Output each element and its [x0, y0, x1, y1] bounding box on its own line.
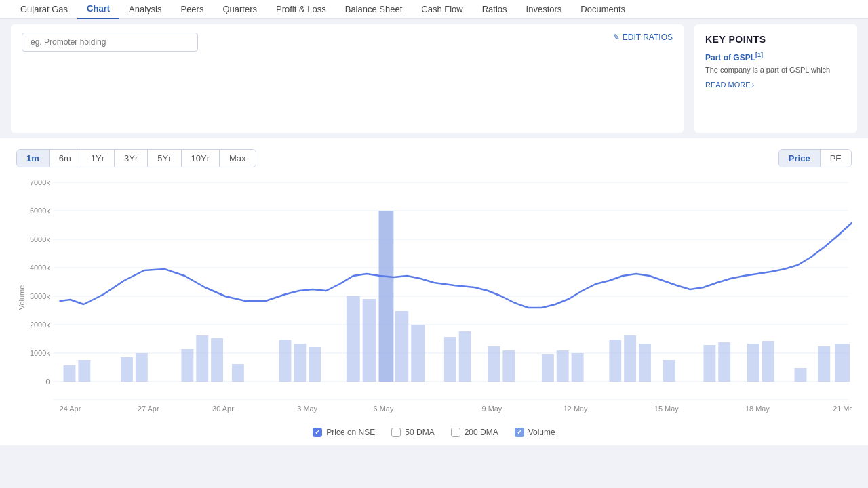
svg-rect-34: [444, 337, 456, 382]
svg-rect-49: [795, 368, 807, 382]
legend-volume[interactable]: ✓ Volume: [515, 428, 555, 437]
legend-price-nse-checkbox[interactable]: ✓: [313, 428, 322, 437]
svg-text:30 Apr: 30 Apr: [212, 405, 234, 413]
read-more-chevron-icon: ›: [752, 81, 755, 89]
key-points-panel: KEY POINTS Part of GSPL[1] The company i…: [694, 24, 857, 133]
legend-volume-label: Volume: [528, 428, 555, 437]
legend-200dma-label: 200 DMA: [465, 428, 498, 437]
svg-text:9 May: 9 May: [482, 405, 502, 413]
svg-rect-20: [121, 357, 133, 382]
time-btn-10yr[interactable]: 10Yr: [182, 150, 220, 167]
key-point-subtitle-text: Part of GSPL: [705, 53, 755, 62]
chart-section: 1m 6m 1Yr 3Yr 5Yr 10Yr Max Price PE 70: [0, 138, 868, 445]
legend-volume-checkbox[interactable]: ✓: [515, 428, 524, 437]
legend-200dma-checkbox[interactable]: [451, 428, 460, 437]
svg-rect-27: [294, 344, 306, 382]
svg-rect-45: [703, 345, 715, 382]
key-point-text: The company is a part of GSPL which: [705, 65, 846, 75]
chart-controls: 1m 6m 1Yr 3Yr 5Yr 10Yr Max Price PE: [16, 149, 852, 167]
svg-text:3 May: 3 May: [297, 405, 317, 413]
svg-rect-18: [64, 365, 76, 382]
svg-rect-38: [542, 354, 554, 382]
svg-text:2000k: 2000k: [30, 321, 50, 329]
read-more-label: READ MORE: [705, 81, 751, 89]
svg-rect-21: [136, 353, 148, 382]
svg-text:Volume: Volume: [18, 285, 26, 310]
svg-rect-51: [835, 344, 850, 382]
top-nav: Gujarat Gas Chart Analysis Peers Quarter…: [0, 0, 868, 19]
svg-rect-25: [232, 364, 244, 382]
chart-legend: ✓ Price on NSE 50 DMA 200 DMA ✓ Volume: [16, 420, 852, 445]
key-points-title: KEY POINTS: [705, 34, 846, 45]
key-point-subtitle: Part of GSPL[1]: [705, 52, 846, 62]
svg-rect-33: [411, 325, 425, 382]
checkmark-icon: ✓: [315, 429, 320, 436]
svg-text:24 Apr: 24 Apr: [60, 405, 81, 413]
chart-svg: 7000k 6000k 5000k 4000k 3000k 2000k 1000…: [16, 176, 852, 420]
read-more-button[interactable]: READ MORE ›: [705, 81, 754, 89]
edit-ratios-button[interactable]: ✎ EDIT RATIOS: [613, 33, 673, 42]
nav-item-documents[interactable]: Documents: [571, 0, 635, 19]
chart-type-buttons: Price PE: [778, 149, 852, 167]
legend-200dma[interactable]: 200 DMA: [451, 428, 498, 437]
svg-rect-48: [762, 341, 774, 382]
time-btn-1m[interactable]: 1m: [17, 150, 50, 167]
svg-rect-29: [347, 296, 360, 382]
nav-item-ratios[interactable]: Ratios: [473, 0, 517, 19]
time-btn-6m[interactable]: 6m: [50, 150, 81, 167]
time-btn-max[interactable]: Max: [220, 150, 256, 167]
svg-rect-32: [395, 311, 408, 382]
svg-rect-42: [624, 336, 636, 382]
svg-rect-39: [557, 350, 569, 382]
svg-rect-24: [211, 338, 223, 382]
time-btn-5yr[interactable]: 5Yr: [148, 150, 181, 167]
svg-rect-28: [309, 347, 321, 382]
svg-text:18 May: 18 May: [745, 405, 770, 413]
svg-rect-50: [818, 346, 830, 382]
svg-text:5000k: 5000k: [30, 235, 50, 243]
svg-text:6000k: 6000k: [30, 207, 50, 215]
time-btn-1yr[interactable]: 1Yr: [81, 150, 115, 167]
time-range-buttons: 1m 6m 1Yr 3Yr 5Yr 10Yr Max: [16, 149, 256, 167]
nav-item-balance-sheet[interactable]: Balance Sheet: [336, 0, 412, 19]
svg-text:27 Apr: 27 Apr: [138, 405, 159, 413]
nav-item-quarters[interactable]: Quarters: [213, 0, 267, 19]
chart-area: 7000k 6000k 5000k 4000k 3000k 2000k 1000…: [16, 176, 852, 420]
svg-text:1000k: 1000k: [30, 349, 50, 357]
legend-50dma-checkbox[interactable]: [391, 428, 401, 437]
nav-item-gujarat-gas[interactable]: Gujarat Gas: [11, 0, 77, 19]
legend-price-nse-label: Price on NSE: [326, 428, 375, 437]
chart-type-pe[interactable]: PE: [821, 150, 851, 167]
svg-rect-41: [609, 340, 621, 382]
search-input[interactable]: [22, 33, 198, 52]
svg-text:7000k: 7000k: [30, 178, 50, 186]
nav-item-analysis[interactable]: Analysis: [119, 0, 171, 19]
svg-text:0: 0: [46, 378, 50, 386]
svg-text:6 May: 6 May: [374, 405, 394, 413]
svg-text:15 May: 15 May: [654, 405, 679, 413]
svg-text:12 May: 12 May: [564, 405, 588, 413]
svg-text:21 May: 21 May: [833, 405, 852, 413]
svg-rect-47: [747, 344, 760, 382]
svg-rect-26: [279, 340, 291, 382]
key-point-sup: [1]: [755, 52, 763, 58]
svg-rect-22: [181, 349, 193, 382]
nav-item-peers[interactable]: Peers: [171, 0, 213, 19]
legend-price-nse[interactable]: ✓ Price on NSE: [313, 428, 375, 437]
chart-type-price[interactable]: Price: [779, 150, 821, 167]
legend-50dma[interactable]: 50 DMA: [391, 428, 434, 437]
svg-text:3000k: 3000k: [30, 292, 50, 300]
time-btn-3yr[interactable]: 3Yr: [115, 150, 148, 167]
nav-item-chart[interactable]: Chart: [77, 0, 119, 19]
svg-rect-30: [363, 299, 376, 382]
left-panel: ✎ EDIT RATIOS: [11, 24, 684, 133]
nav-item-investors[interactable]: Investors: [517, 0, 572, 19]
top-section: ✎ EDIT RATIOS KEY POINTS Part of GSPL[1]…: [0, 19, 868, 138]
svg-rect-35: [459, 331, 471, 382]
svg-rect-19: [78, 360, 90, 382]
nav-item-profit-loss[interactable]: Profit & Loss: [267, 0, 336, 19]
svg-text:4000k: 4000k: [30, 264, 50, 272]
nav-item-cash-flow[interactable]: Cash Flow: [412, 0, 472, 19]
svg-rect-23: [196, 336, 208, 382]
legend-50dma-label: 50 DMA: [405, 428, 434, 437]
